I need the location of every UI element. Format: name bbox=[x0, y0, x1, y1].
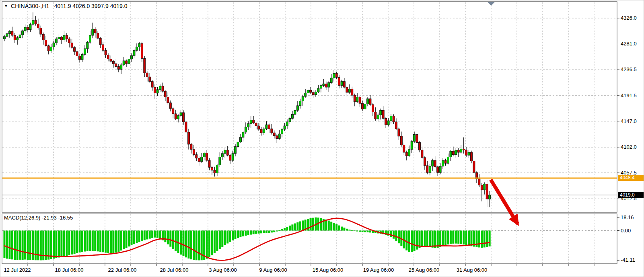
grid-layer bbox=[2, 2, 617, 263]
time-axis-label: 19 Aug 06:00 bbox=[363, 267, 394, 273]
macd-axis-label: 0.00 bbox=[621, 228, 631, 234]
marker-layer bbox=[488, 2, 495, 6]
macd-axis-label: -41.11 bbox=[621, 257, 635, 263]
price-axis-label: 4102.0 bbox=[621, 144, 637, 150]
chart-window: ▼ CHINA300-,H1 4011.9 4026.0 3997.9 4019… bbox=[0, 0, 644, 277]
time-axis-label: 22 Jul 06:00 bbox=[108, 267, 137, 273]
macd-axis-label: 18.16 bbox=[621, 214, 634, 220]
symbol-period-label: CHINA300-,H1 bbox=[11, 3, 49, 9]
time-axis-label: 18 Jul 06:00 bbox=[55, 267, 84, 273]
last-price-badge: 4019.0 bbox=[618, 192, 644, 198]
time-axis-label: 15 Aug 06:00 bbox=[313, 267, 344, 273]
price-axis-label: 4147.0 bbox=[621, 118, 637, 124]
macd-indicator-label: MACD(12,26,9) -21.93 -16.55 bbox=[4, 215, 73, 221]
frame-layer bbox=[2, 2, 617, 264]
time-axis-label: 12 Jul 2022 bbox=[4, 267, 31, 273]
resistance-price-badge: 4048.4 bbox=[618, 175, 644, 181]
annotation-layer bbox=[491, 180, 518, 224]
trend-arrow-annotation bbox=[491, 180, 518, 224]
price-axis-label: 4191.5 bbox=[621, 92, 637, 98]
chart-canvas[interactable] bbox=[0, 0, 644, 277]
time-axis-label: 3 Aug 06:00 bbox=[209, 267, 237, 273]
time-axis-label: 28 Jul 06:00 bbox=[160, 267, 189, 273]
time-axis-label: 31 Aug 06:00 bbox=[457, 267, 488, 273]
ohlc-values-label: 4011.9 4026.0 3997.9 4019.0 bbox=[54, 3, 128, 9]
price-axis-label: 4236.5 bbox=[621, 66, 637, 72]
symbol-dropdown-icon[interactable]: ▼ bbox=[4, 3, 8, 9]
macd-histogram-layer bbox=[4, 217, 491, 261]
time-axis-label: 9 Aug 06:00 bbox=[259, 267, 287, 273]
time-axis-label: 25 Aug 06:00 bbox=[409, 267, 440, 273]
price-axis-label: 4281.0 bbox=[621, 41, 637, 47]
chart-shift-marker-icon bbox=[488, 2, 495, 6]
chart-title-row: ▼ CHINA300-,H1 4011.9 4026.0 3997.9 4019… bbox=[4, 3, 128, 9]
price-axis-label: 4326.0 bbox=[621, 15, 637, 21]
